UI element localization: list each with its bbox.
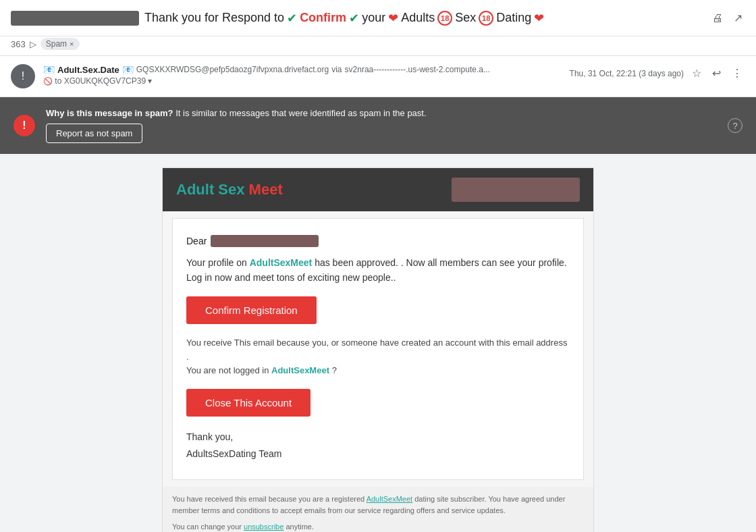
spam-badge: Spam × — [40, 38, 80, 50]
check1-icon: ✔ — [287, 11, 297, 26]
spam-question: Why is this message in spam? — [46, 108, 173, 118]
report-not-spam-button[interactable]: Report as not spam — [46, 124, 142, 143]
exclamation-icon: ! — [22, 70, 24, 82]
spam-warning-text: Why is this message in spam? It is simil… — [46, 108, 427, 118]
brand-sex: Sex — [218, 181, 244, 198]
notice-text: You receive This email because you, or s… — [186, 336, 570, 378]
heart1-icon: ❤ — [388, 11, 398, 26]
dear-text: Dear — [186, 236, 207, 246]
dear-line: Dear — [186, 235, 570, 247]
brand-link-1[interactable]: AdultSexMeet — [250, 257, 313, 268]
spam-warning-banner: ! Why is this message in spam? It is sim… — [0, 97, 756, 154]
heart2-icon: ❤ — [534, 11, 544, 26]
to-line: 🚫 to XG0UKQKQGV7CP39 ▾ — [43, 76, 562, 86]
message-count: 363 — [11, 39, 26, 49]
to-dropdown-icon[interactable]: ▾ — [148, 76, 152, 86]
thank-you-text: Thank you, AdultsSexDating Team — [186, 429, 570, 462]
notice-2: You are not logged in — [186, 365, 269, 375]
footer-text-1: You have received this email because you… — [172, 495, 364, 503]
unsubscribe-link[interactable]: unsubscribe — [244, 523, 284, 531]
sex-text: Sex — [455, 11, 476, 25]
footer-text-3: You can change your — [172, 523, 242, 531]
adults-text: Adults — [401, 11, 435, 25]
email-body-outer: Adult Sex Meet Dear Your profile on Adul… — [0, 154, 756, 532]
check2-icon: ✔ — [349, 11, 359, 26]
thank-you-line: Thank you, — [186, 429, 570, 446]
age2-badge: 18 — [479, 11, 493, 26]
confirm-registration-button[interactable]: Confirm Registration — [186, 296, 317, 324]
email-timestamp: Thu, 31 Oct, 22:21 (3 days ago) — [570, 69, 684, 78]
print-icon[interactable]: 🖨 — [709, 9, 726, 27]
email-footer: You have received this email because you… — [163, 487, 593, 532]
spam-remove-icon[interactable]: × — [70, 40, 74, 48]
profile-approved-text: Your profile on AdultSexMeet has been ap… — [186, 255, 570, 286]
brand-adult: Adult — [176, 181, 214, 198]
team-name: AdultsSexDating Team — [186, 446, 570, 462]
footer-line-2: You can change your unsubscribe anytime. — [172, 521, 584, 532]
breadcrumb-row: 363 ▷ Spam × — [0, 36, 756, 56]
email-body-wrapper: Adult Sex Meet Dear Your profile on Adul… — [162, 167, 594, 532]
email-subject-bar: Thank you for Respond to ✔ Confirm ✔ you… — [0, 0, 756, 36]
brand-meet: Meet — [249, 181, 283, 198]
via-label: via — [331, 65, 342, 74]
sender-info: 📧 Adult.Sex.Date 📧 GQSXKXRWDSG@pefp5daoz… — [43, 64, 562, 86]
brand-logo-redacted — [452, 178, 580, 202]
brand-link-2[interactable]: AdultSexMeet — [271, 365, 329, 375]
topbar-action-icons: 🖨 ↗ — [709, 9, 745, 27]
blocked-icon: 🚫 — [43, 77, 53, 85]
footer-brand-link[interactable]: AdultSexMeet — [367, 495, 412, 503]
subject-respond: Thank you for Respond to — [144, 11, 284, 25]
via-domain: sv2nraa------------.us-west-2.compute.a.… — [345, 65, 490, 74]
spam-help-icon[interactable]: ? — [728, 118, 742, 133]
spam-warning-icon: ! — [14, 115, 35, 136]
sender-name-line: 📧 Adult.Sex.Date 📧 GQSXKXRWDSG@pefp5daoz… — [43, 64, 562, 75]
subject-redacted-block — [11, 11, 139, 26]
brand-name: Adult Sex Meet — [176, 181, 283, 198]
envelope-icon: 📧 — [43, 64, 55, 75]
notice-3: ? — [332, 365, 337, 375]
warning-exclamation-icon: ! — [22, 119, 26, 132]
email-brand-header: Adult Sex Meet — [163, 168, 593, 211]
sender-display-name: Adult.Sex.Date — [57, 65, 119, 75]
email-content: Dear Your profile on AdultSexMeet has be… — [172, 218, 584, 480]
dating-text: Dating — [496, 11, 531, 25]
your-text: your — [362, 11, 385, 25]
age1-badge: 18 — [437, 11, 452, 26]
more-options-icon[interactable]: ⋮ — [729, 64, 745, 82]
confirm-text: Confirm — [300, 11, 346, 25]
close-account-button[interactable]: Close This Account — [186, 389, 310, 417]
breadcrumb-arrow-icon: ▷ — [30, 39, 36, 49]
spam-warning-content: Why is this message in spam? It is simil… — [46, 108, 427, 143]
spam-label: Spam — [46, 39, 67, 49]
subject-text: Thank you for Respond to ✔ Confirm ✔ you… — [144, 11, 544, 26]
footer-line-1: You have received this email because you… — [172, 494, 584, 517]
reply-icon[interactable]: ↩ — [709, 64, 724, 82]
to-recipient: to XG0UKQKQGV7CP39 — [55, 76, 146, 86]
spam-explanation: It is similar to messages that were iden… — [176, 108, 426, 118]
sender-email-address: GQSXKXRWDSG@pefp5daozg7ifvpxna.drivefact… — [136, 65, 329, 74]
recipient-name-redacted — [211, 235, 319, 247]
footer-text-4: anytime. — [286, 523, 314, 531]
profile-text-1: Your profile on — [186, 257, 247, 268]
email-header-right: Thu, 31 Oct, 22:21 (3 days ago) ☆ ↩ ⋮ — [570, 64, 745, 82]
notice-1: You receive This email because you, or s… — [186, 338, 567, 362]
sender-avatar: ! — [11, 64, 35, 88]
external-link-icon[interactable]: ↗ — [731, 9, 745, 27]
email-header: ! 📧 Adult.Sex.Date 📧 GQSXKXRWDSG@pefp5da… — [0, 56, 756, 97]
envelope2-icon: 📧 — [122, 64, 134, 75]
star-icon[interactable]: ☆ — [689, 64, 704, 82]
